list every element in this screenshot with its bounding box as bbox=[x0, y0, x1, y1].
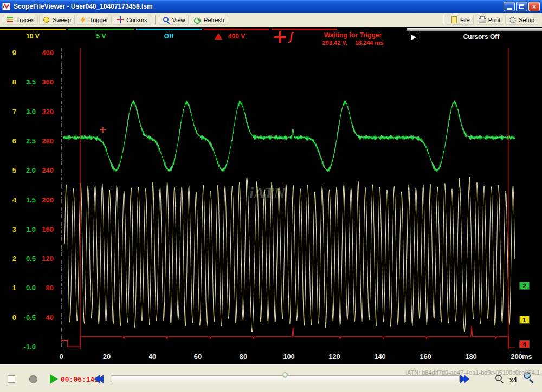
y-axis-label-red: 320 bbox=[38, 108, 54, 116]
y-axis-row: 9400 bbox=[0, 49, 60, 57]
x-tick-label: 60 bbox=[194, 352, 202, 361]
y-axis-label-red: 240 bbox=[38, 166, 54, 174]
print-icon bbox=[479, 16, 486, 23]
x-tick-label: 100 bbox=[283, 352, 295, 361]
toolbar-button-view[interactable]: View bbox=[159, 15, 189, 25]
channel-3-scale-label[interactable]: Off bbox=[136, 32, 202, 40]
y-axis-label-yellow: 7 bbox=[2, 108, 16, 116]
record-button[interactable] bbox=[25, 372, 41, 386]
y-axis-label-yellow: 6 bbox=[2, 137, 16, 145]
y-axis-row: 62.5280 bbox=[0, 137, 60, 145]
x-tick-label: 120 bbox=[328, 352, 340, 361]
fast-forward-arrow-icon bbox=[464, 375, 469, 383]
window-controls: × bbox=[504, 2, 540, 11]
trace-yellow-ch1 bbox=[64, 177, 515, 332]
toolbar-button-label: Sweep bbox=[53, 17, 71, 23]
y-axis-gutter: 940083.536073.032062.528052.024041.52003… bbox=[0, 48, 60, 349]
trigger-point-marker[interactable] bbox=[100, 127, 106, 133]
y-axis-label-green: 2.5 bbox=[20, 137, 36, 145]
x-axis-unit: ms bbox=[522, 352, 532, 361]
plot-region: 940083.536073.032062.528052.024041.52003… bbox=[0, 48, 542, 349]
toolbar: TracesSweepTriggerCursorsViewRefresh Fil… bbox=[0, 13, 542, 27]
y-axis-row: 0-0.540 bbox=[0, 313, 60, 322]
stop-button[interactable] bbox=[3, 372, 20, 386]
x-tick-label: 140 bbox=[374, 352, 386, 361]
toolbar-button-file[interactable]: File bbox=[447, 15, 474, 25]
x-tick-label: 200 bbox=[511, 352, 522, 361]
maximize-button[interactable] bbox=[516, 2, 527, 11]
scope-file-viewer-window: ScopeFileViewer - User040_10407173458.ls… bbox=[0, 0, 542, 392]
channel-4-color-bar bbox=[204, 29, 269, 30]
channel-2-color-bar bbox=[68, 29, 134, 30]
channel-3-color-bar bbox=[136, 29, 202, 30]
toolbar-button-setup[interactable]: Setup bbox=[505, 15, 538, 25]
close-button[interactable]: × bbox=[528, 2, 540, 11]
y-axis-label-red: 40 bbox=[38, 313, 54, 322]
iatn-watermark: iATN: b84dd7d0-ae47-4ea1-ba9c-05190c0ca8… bbox=[406, 369, 540, 376]
channel-badge-2[interactable]: 2 bbox=[519, 282, 530, 290]
y-axis-label-yellow: 2 bbox=[2, 254, 16, 263]
y-axis-label-red: 360 bbox=[38, 78, 54, 86]
play-icon bbox=[50, 374, 58, 384]
y-axis-label-green: 1.5 bbox=[20, 196, 36, 204]
y-axis-label-yellow: 5 bbox=[2, 166, 16, 174]
toolbar-separator bbox=[443, 15, 444, 25]
y-axis-label-green: 0.0 bbox=[20, 284, 36, 292]
channel-4-scale-label[interactable]: 400 V bbox=[204, 32, 269, 40]
trigger-status: Waiting for Trigger bbox=[301, 31, 404, 39]
y-axis-label-green: 0.5 bbox=[20, 254, 36, 263]
scope-status-header: 10 V 5 V Off 400 V ʃ Waiting for Trigger… bbox=[0, 27, 542, 48]
timeline-position-pin[interactable] bbox=[281, 371, 289, 378]
toolbar-button-label: Cursors bbox=[126, 17, 147, 23]
traces-icon bbox=[7, 16, 14, 23]
y-axis-label-yellow: 4 bbox=[2, 196, 16, 204]
timeline-slider[interactable] bbox=[111, 375, 460, 382]
toolbar-button-trigger[interactable]: Trigger bbox=[76, 15, 112, 25]
app-icon bbox=[2, 2, 11, 11]
toolbar-button-print[interactable]: Print bbox=[475, 15, 505, 25]
toolbar-button-cursors[interactable]: Cursors bbox=[113, 15, 151, 25]
y-axis-label-yellow: 9 bbox=[2, 49, 16, 57]
channel-1-scale-label[interactable]: 10 V bbox=[0, 32, 66, 40]
y-axis-label-yellow: 8 bbox=[2, 78, 16, 86]
maximize-icon bbox=[519, 4, 524, 9]
waveform-canvas[interactable]: iATN bbox=[60, 48, 519, 349]
trigger-readout: 293.42 V, 18.244 ms bbox=[301, 40, 404, 46]
trace-red-ch4 bbox=[61, 326, 515, 347]
channel-2-scale-label[interactable]: 5 V bbox=[68, 32, 134, 40]
trigger-voltage-readout: 293.42 V, bbox=[322, 40, 347, 46]
transport-bar: 00:05:141 x4 iATN: b84dd7d0-ae47-4ea1-ba… bbox=[0, 364, 542, 392]
toolbar-button-label: Refresh bbox=[203, 17, 224, 23]
toolbar-button-label: Print bbox=[488, 17, 501, 23]
x-tick-label: 180 bbox=[465, 352, 477, 361]
toolbar-button-label: Setup bbox=[519, 17, 534, 23]
toolbar-button-sweep[interactable]: Sweep bbox=[39, 15, 75, 25]
y-axis-label-yellow: 3 bbox=[2, 225, 16, 233]
trigger-icon bbox=[80, 16, 87, 23]
y-axis-row: 20.5120 bbox=[0, 254, 60, 263]
cursor-arrow-icon bbox=[411, 35, 419, 40]
trigger-crosshair-icon[interactable] bbox=[274, 31, 286, 43]
channel-badge-1[interactable]: 1 bbox=[519, 316, 530, 324]
toolbar-button-refresh[interactable]: Refresh bbox=[190, 15, 228, 25]
trigger-color-bar bbox=[272, 29, 337, 30]
stop-icon bbox=[8, 375, 15, 383]
rewind-button[interactable] bbox=[94, 374, 108, 384]
minimize-icon bbox=[507, 8, 512, 10]
y-axis-row: 41.5200 bbox=[0, 196, 60, 204]
trigger-time-readout: 18.244 ms bbox=[355, 40, 384, 46]
plot-watermark: iATN bbox=[249, 184, 286, 201]
channel-badge-4[interactable]: 4 bbox=[519, 340, 530, 348]
y-axis-label-red: 80 bbox=[38, 284, 54, 292]
toolbar-button-traces[interactable]: Traces bbox=[3, 15, 38, 25]
cursors-icon[interactable] bbox=[408, 31, 422, 44]
titlebar: ScopeFileViewer - User040_10407173458.ls… bbox=[0, 0, 542, 13]
zoom-level-label: x4 bbox=[509, 376, 517, 384]
play-button[interactable] bbox=[46, 372, 62, 386]
y-axis-row: 83.5360 bbox=[0, 78, 60, 86]
toolbar-separator bbox=[155, 15, 156, 25]
x-tick-label: 40 bbox=[149, 352, 156, 361]
rewind-arrow-icon bbox=[98, 375, 104, 383]
zoom-indicator-icon[interactable] bbox=[495, 375, 505, 384]
minimize-button[interactable] bbox=[504, 2, 515, 11]
